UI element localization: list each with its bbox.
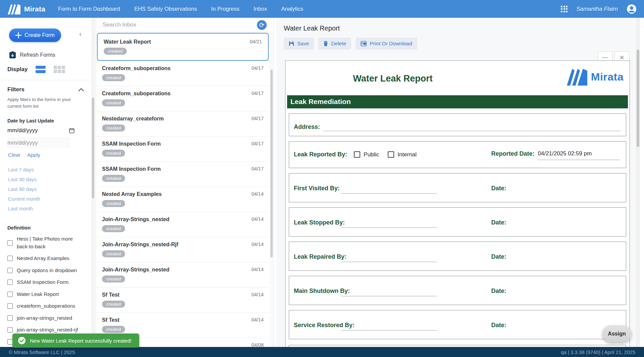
field-input-line[interactable] xyxy=(341,253,437,262)
inbox-list-item[interactable]: SSAM Inspection Form 04/17 created xyxy=(96,137,270,162)
sidebar-collapse-icon[interactable]: ‹ xyxy=(79,31,82,38)
clear-link[interactable]: Clear xyxy=(8,152,20,158)
checkbox-icon[interactable] xyxy=(7,240,13,246)
inbox-list-item[interactable]: Join-Array-Strings_nested 04/14 created xyxy=(96,212,270,237)
form-brand: Mirata xyxy=(566,67,624,86)
sidebar-scrollbar[interactable] xyxy=(91,18,95,347)
delete-button[interactable]: Delete xyxy=(318,38,351,50)
field-input-line[interactable] xyxy=(341,288,437,296)
definition-option[interactable]: Query options in dropdown xyxy=(7,267,78,274)
leak-reported-options: Public Internal xyxy=(354,151,417,158)
date-quick-link[interactable]: Last 90 days xyxy=(8,186,91,192)
definition-option[interactable]: createform_suboperations xyxy=(7,302,78,310)
status-badge: created xyxy=(102,326,125,333)
assign-button[interactable]: Assign xyxy=(602,325,631,342)
display-row: Display xyxy=(7,66,91,73)
definition-option-label: SSAM Inspection Form xyxy=(17,278,68,286)
apps-grid-icon[interactable] xyxy=(561,6,568,12)
sidebar: Create Form Refresh Forms Display xyxy=(0,18,91,347)
reported-date-value: 04/21/2025 02:59 pm xyxy=(538,150,592,157)
date-quick-link[interactable]: Current month xyxy=(8,196,91,202)
definition-option[interactable]: join-array-strings_nested xyxy=(7,314,78,322)
filters-header[interactable]: Filters xyxy=(7,86,84,93)
date-quick-link[interactable]: Last month xyxy=(8,206,91,211)
print-or-download-button[interactable]: Print Or Download xyxy=(356,38,417,50)
checkbox-icon[interactable] xyxy=(7,315,13,321)
definition-option[interactable]: Hess | Take Photos more back-to-back xyxy=(7,235,78,250)
checkbox-icon[interactable] xyxy=(7,268,13,273)
form-preview: Water Leak Report Mirata Leak Remediatio… xyxy=(285,60,630,347)
brand[interactable]: Mirata xyxy=(7,3,45,15)
inbox-list-item[interactable]: Nestedarray_createform 04/17 created xyxy=(96,111,270,137)
reported-date-line[interactable]: 04/21/2025 02:59 pm xyxy=(538,150,620,160)
field-input-line[interactable] xyxy=(341,322,437,330)
nav-link[interactable]: Inbox xyxy=(254,6,267,12)
date-start-input[interactable] xyxy=(7,125,70,136)
form-checkbox[interactable] xyxy=(388,151,394,158)
item-date: 04/17 xyxy=(252,141,264,146)
item-date: 04/14 xyxy=(252,242,264,247)
checkbox-icon[interactable] xyxy=(7,339,13,345)
refresh-forms-button[interactable]: Refresh Forms xyxy=(9,51,91,58)
checkbox-icon[interactable] xyxy=(7,292,13,297)
item-date: 04/14 xyxy=(252,317,264,322)
detail-scrollbar[interactable] xyxy=(636,18,640,347)
nav-link[interactable]: EHS Safety Observations xyxy=(134,6,197,12)
definition-option[interactable]: Nested Array Examples xyxy=(7,255,78,262)
inbox-list-item[interactable]: SSAM Inspection Form 04/17 created xyxy=(96,162,270,187)
inbox-scrollbar[interactable] xyxy=(270,33,273,347)
date-end-field xyxy=(7,138,70,148)
calendar-icon[interactable] xyxy=(69,128,74,133)
field-input-line[interactable] xyxy=(341,185,437,194)
inbox-list-item[interactable]: Join-Array-Strings_nested 04/14 created xyxy=(96,262,270,288)
status-badge: created xyxy=(102,175,125,182)
nav-link[interactable]: Form to Form Dashboard xyxy=(58,6,120,12)
inbox-list-item[interactable]: Createform_suboperations 04/17 created xyxy=(96,61,270,86)
save-button[interactable]: Save xyxy=(284,38,314,50)
date-quick-link[interactable]: Last 30 days xyxy=(8,176,91,182)
avatar-icon[interactable] xyxy=(627,4,637,14)
field-date-label: Date: xyxy=(491,253,506,260)
item-title: SSAM Inspection Form xyxy=(102,141,161,147)
form-checkbox[interactable] xyxy=(354,151,360,158)
inbox-list-item[interactable]: Createform_suboperations 04/17 created xyxy=(96,86,270,111)
form-field-row: Service Restored By: Date: xyxy=(289,310,626,339)
item-title: Nestedarray_createform xyxy=(102,116,164,122)
form-field-row: First Visited By: Date: xyxy=(289,173,626,202)
reported-date-label: Reported Date: xyxy=(491,150,534,157)
inbox-list-item[interactable]: Nested Array Examples 04/14 created xyxy=(96,187,270,212)
inbox-list-item[interactable]: Water Leak Report 04/21 created xyxy=(97,33,269,61)
leak-reported-label: Leak Reported By: xyxy=(294,151,347,158)
field-input-line[interactable] xyxy=(341,219,437,228)
address-input-line[interactable] xyxy=(323,124,621,131)
checkbox-icon[interactable] xyxy=(7,327,13,333)
brand-name: Mirata xyxy=(24,5,45,13)
definition-option[interactable]: Water Leak Report xyxy=(7,291,78,298)
toast-message: New Water Leak Report successfully creat… xyxy=(30,338,131,344)
form-checkbox-option: Public xyxy=(354,151,379,158)
date-end-input[interactable] xyxy=(7,138,70,148)
form-field-row: Main Shutdown By: Date: xyxy=(289,276,626,305)
checkbox-icon[interactable] xyxy=(7,256,13,261)
inbox-list-item[interactable]: Sf Test 04/14 created xyxy=(96,288,270,313)
definition-option[interactable]: SSAM Inspection Form xyxy=(7,278,78,286)
form-title: Water Leak Report xyxy=(285,73,500,84)
nav-link[interactable]: Analytics xyxy=(281,6,303,12)
list-view-icon[interactable] xyxy=(36,66,46,73)
trash-icon xyxy=(323,41,328,46)
date-quick-link[interactable]: Last 7 days xyxy=(8,167,91,172)
form-checkbox-label: Internal xyxy=(397,151,417,158)
search-input[interactable] xyxy=(103,21,257,28)
form-checkbox-label: Public xyxy=(364,151,379,158)
inbox-list-item[interactable]: Join-Array-Strings_nested-Rjf 04/14 crea… xyxy=(96,237,270,262)
field-label: Leak Stopped By: xyxy=(294,219,345,226)
create-form-button[interactable]: Create Form xyxy=(9,29,61,42)
checkbox-icon[interactable] xyxy=(7,279,13,285)
nav-link[interactable]: In Progress xyxy=(211,6,239,12)
apply-link[interactable]: Apply xyxy=(27,152,40,158)
inbox-refresh-icon[interactable]: ⟳ xyxy=(257,20,267,30)
grid-view-icon[interactable] xyxy=(54,66,65,73)
checkbox-icon[interactable] xyxy=(7,303,13,309)
definition-option[interactable]: join-array-strings_nested-rjf xyxy=(7,326,78,334)
display-label: Display xyxy=(7,66,28,73)
